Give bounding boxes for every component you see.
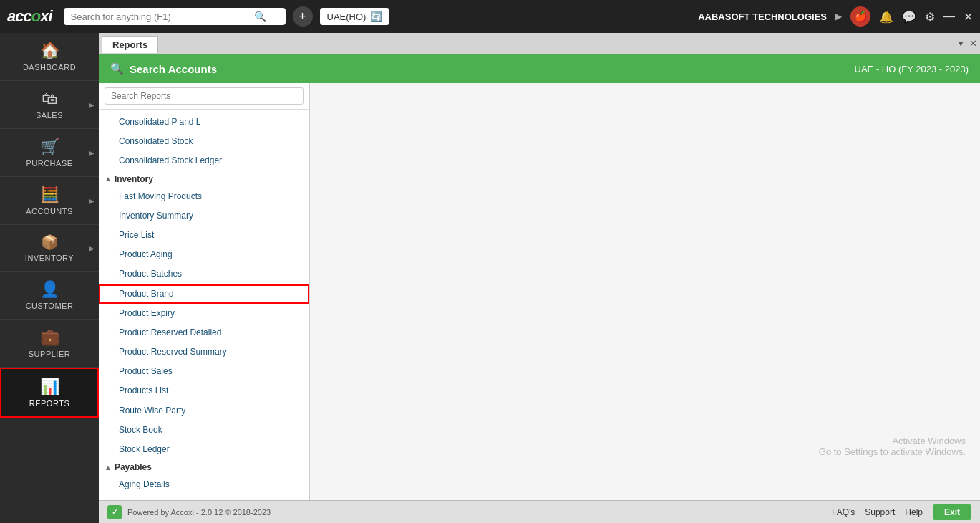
sidebar-item-sales[interactable]: 🛍 SALES ▶ xyxy=(0,81,99,129)
customer-icon: 👤 xyxy=(40,280,59,299)
accounts-arrow-icon: ▶ xyxy=(89,197,94,205)
content-area: Reports ▾ ✕ 🔍 Search Accounts UAE - HO (… xyxy=(99,33,980,523)
header-left: 🔍 Search Accounts xyxy=(110,62,217,75)
refresh-icon[interactable]: 🔄 xyxy=(370,11,382,22)
activate-windows-notice: Activate Windows Go to Settings to activ… xyxy=(819,436,966,457)
help-link[interactable]: Help xyxy=(905,507,923,517)
report-item-stock-book[interactable]: Stock Book xyxy=(99,421,309,440)
sidebar-label-accounts: ACCOUNTS xyxy=(26,207,73,216)
global-search-bar[interactable]: 🔍 xyxy=(64,8,286,25)
top-bar: accoxi 🔍 + UAE(HO) 🔄 AABASOFT TECHNOLOGI… xyxy=(0,0,980,33)
report-item-product-sales[interactable]: Product Sales xyxy=(99,362,309,381)
reports-panel: 🔍 Search Accounts UAE - HO (FY 2023 - 20… xyxy=(99,54,980,500)
report-item-product-reserved-summary[interactable]: Product Reserved Summary xyxy=(99,342,309,362)
report-item-aging-summary[interactable]: Aging Summary xyxy=(99,494,309,500)
category-expand-icon: ▲ xyxy=(105,175,112,183)
sidebar-item-reports[interactable]: 📊 REPORTS xyxy=(0,368,99,418)
report-item-inventory-summary[interactable]: Inventory Summary xyxy=(99,206,309,226)
report-item-price-list[interactable]: Price List xyxy=(99,226,309,245)
tab-dropdown-icon[interactable]: ▾ xyxy=(959,38,964,49)
report-preview-panel: Activate Windows Go to Settings to activ… xyxy=(310,83,980,500)
main-layout: 🏠 DASHBOARD 🛍 SALES ▶ 🛒 PURCHASE ▶ 🧮 ACC… xyxy=(0,33,980,523)
support-link[interactable]: Support xyxy=(865,507,895,517)
faq-link[interactable]: FAQ's xyxy=(832,507,855,517)
exit-button[interactable]: Exit xyxy=(933,504,971,520)
sales-icon: 🛍 xyxy=(42,90,57,108)
category-inventory-label: Inventory xyxy=(115,174,153,184)
search-accounts-label: Search Accounts xyxy=(130,63,217,75)
bottom-bar: ✓ Powered by Accoxi - 2.0.12 © 2018-2023… xyxy=(99,500,980,523)
sidebar-item-accounts[interactable]: 🧮 ACCOUNTS ▶ xyxy=(0,177,99,225)
sidebar-label-dashboard: DASHBOARD xyxy=(23,63,76,72)
report-item-stock-ledger[interactable]: Stock Ledger xyxy=(99,440,309,459)
green-header: 🔍 Search Accounts UAE - HO (FY 2023 - 20… xyxy=(99,54,980,83)
report-item-route-wise-party[interactable]: Route Wise Party xyxy=(99,401,309,421)
settings-icon[interactable]: ⚙ xyxy=(925,10,935,24)
report-item-product-reserved-detailed[interactable]: Product Reserved Detailed xyxy=(99,323,309,342)
sidebar-item-inventory[interactable]: 📦 INVENTORY ▶ xyxy=(0,225,99,272)
accoxi-logo-small: ✓ xyxy=(107,505,122,519)
company-name-label: AABASOFT TECHNOLOGIES xyxy=(698,11,827,22)
global-search-icon[interactable]: 🔍 xyxy=(254,11,266,22)
report-list: Consolidated P and L Consolidated Stock … xyxy=(99,110,309,500)
avatar: 🍎 xyxy=(850,6,870,27)
category-payables[interactable]: ▲ Payables xyxy=(99,459,309,475)
dashboard-icon: 🏠 xyxy=(40,42,59,60)
arrow-icon: ▶ xyxy=(835,11,842,21)
global-search-input[interactable] xyxy=(71,11,250,22)
sidebar-item-supplier[interactable]: 💼 SUPPLIER xyxy=(0,320,99,368)
activate-windows-subtitle: Go to Settings to activate Windows. xyxy=(819,446,966,457)
tab-reports[interactable]: Reports xyxy=(102,36,158,53)
app-logo: accoxi xyxy=(7,7,52,26)
report-item-consolidated-stock[interactable]: Consolidated Stock xyxy=(99,132,309,151)
company-selector-text: UAE(HO) xyxy=(327,11,367,22)
report-item-product-brand[interactable]: Product Brand xyxy=(99,284,309,304)
purchase-arrow-icon: ▶ xyxy=(89,149,94,157)
sidebar-label-inventory: INVENTORY xyxy=(25,254,74,262)
supplier-icon: 💼 xyxy=(40,328,59,347)
sales-arrow-icon: ▶ xyxy=(89,101,94,109)
tab-close-icon[interactable]: ✕ xyxy=(969,38,977,49)
reports-icon: 📊 xyxy=(40,378,59,396)
report-search[interactable] xyxy=(99,83,309,110)
sidebar-item-purchase[interactable]: 🛒 PURCHASE ▶ xyxy=(0,129,99,177)
sidebar-label-purchase: PURCHASE xyxy=(26,159,72,168)
report-item-consolidated-stock-ledger[interactable]: Consolidated Stock Ledger xyxy=(99,151,309,171)
header-right: UAE - HO (FY 2023 - 2023) xyxy=(855,64,969,75)
tab-bar: Reports ▾ ✕ xyxy=(99,33,980,54)
inventory-arrow-icon: ▶ xyxy=(89,244,94,252)
activate-windows-title: Activate Windows xyxy=(819,436,966,446)
reports-body: Consolidated P and L Consolidated Stock … xyxy=(99,83,980,500)
report-list-panel: Consolidated P and L Consolidated Stock … xyxy=(99,83,310,500)
powered-by-text: Powered by Accoxi - 2.0.12 © 2018-2023 xyxy=(127,508,271,517)
report-item-product-aging[interactable]: Product Aging xyxy=(99,245,309,264)
bottom-right-links: FAQ's Support Help Exit xyxy=(832,504,971,520)
company-selector[interactable]: UAE(HO) 🔄 xyxy=(320,8,390,25)
report-item-product-expiry[interactable]: Product Expiry xyxy=(99,304,309,323)
messages-icon[interactable]: 💬 xyxy=(902,10,916,24)
add-button[interactable]: + xyxy=(293,6,313,27)
tab-actions: ▾ ✕ xyxy=(959,38,977,49)
accounts-icon: 🧮 xyxy=(40,186,59,204)
purchase-icon: 🛒 xyxy=(40,138,59,156)
category-inventory[interactable]: ▲ Inventory xyxy=(99,171,309,187)
minimize-icon[interactable]: — xyxy=(943,10,955,23)
close-icon[interactable]: ✕ xyxy=(964,10,973,24)
payables-expand-icon: ▲ xyxy=(105,464,112,471)
company-info-label: UAE - HO (FY 2023 - 2023) xyxy=(855,64,969,75)
sidebar-label-reports: REPORTS xyxy=(29,399,69,408)
category-payables-label: Payables xyxy=(115,462,152,472)
sidebar-label-customer: CUSTOMER xyxy=(26,302,74,310)
report-search-input[interactable] xyxy=(105,87,304,105)
report-item-product-batches[interactable]: Product Batches xyxy=(99,264,309,284)
sidebar-item-customer[interactable]: 👤 CUSTOMER xyxy=(0,272,99,320)
notifications-icon[interactable]: 🔔 xyxy=(879,10,893,24)
report-item-aging-details[interactable]: Aging Details xyxy=(99,475,309,494)
search-accounts-icon: 🔍 xyxy=(110,62,124,75)
sidebar-label-sales: SALES xyxy=(36,111,63,120)
sidebar-item-dashboard[interactable]: 🏠 DASHBOARD xyxy=(0,33,99,81)
sidebar: 🏠 DASHBOARD 🛍 SALES ▶ 🛒 PURCHASE ▶ 🧮 ACC… xyxy=(0,33,99,523)
report-item-consolidated-p-and-l[interactable]: Consolidated P and L xyxy=(99,112,309,132)
report-item-products-list[interactable]: Products List xyxy=(99,381,309,400)
report-item-fast-moving-products[interactable]: Fast Moving Products xyxy=(99,187,309,206)
